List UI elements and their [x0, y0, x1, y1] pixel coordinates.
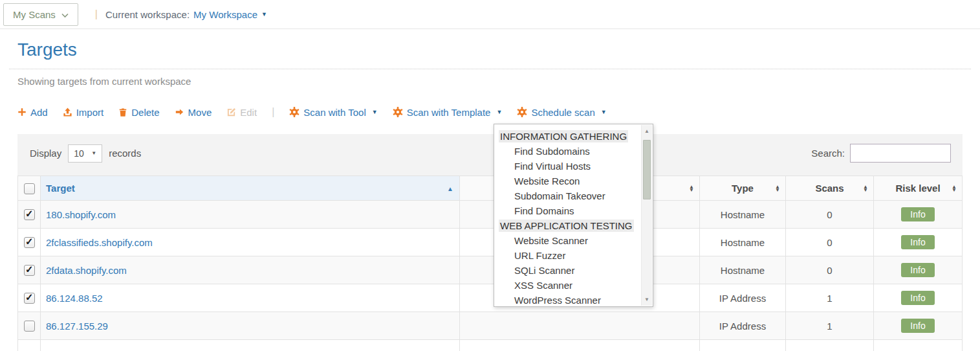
- gear-icon: [289, 107, 299, 117]
- type-cell: IP Address: [700, 312, 786, 340]
- schedule-scan-label: Schedule scan: [531, 107, 594, 118]
- targets-toolbar: Add Import Delete Move Edit | Scan with …: [17, 106, 962, 118]
- target-link[interactable]: 2fdata.shopify.com: [46, 265, 127, 276]
- check-icon: ✓: [25, 264, 34, 275]
- column-header-type[interactable]: Type ▲▼: [700, 176, 786, 201]
- column-header-target[interactable]: Target ▲: [41, 176, 460, 201]
- edit-button[interactable]: Edit: [226, 107, 257, 118]
- chevron-down-icon: [61, 9, 69, 20]
- caret-down-icon: ▼: [91, 151, 96, 156]
- scan-with-tool-label: Scan with Tool: [303, 107, 365, 118]
- display-label: Display: [30, 148, 61, 159]
- menu-item[interactable]: XSS Scanner: [494, 278, 641, 293]
- scroll-down-icon[interactable]: ▼: [642, 297, 652, 302]
- my-scans-button[interactable]: My Scans: [3, 3, 78, 26]
- target-link[interactable]: 2fclassifieds.shopify.com: [46, 237, 153, 248]
- sort-icon: ▲▼: [952, 185, 957, 192]
- scrollbar-thumb[interactable]: [643, 140, 651, 199]
- scan-tools-dropdown: INFORMATION GATHERINGFind SubdomainsFind…: [494, 124, 653, 307]
- sort-icon: ▲▼: [775, 185, 780, 192]
- import-label: Import: [76, 107, 104, 118]
- risk-level-badge: Info: [901, 291, 934, 305]
- page-subtitle: Showing targets from current workspace: [17, 76, 962, 87]
- checkbox-cell: ✓: [18, 284, 41, 312]
- import-button[interactable]: Import: [63, 107, 104, 118]
- menu-group-label: INFORMATION GATHERING: [499, 130, 628, 142]
- scans-cell: 0: [786, 229, 874, 256]
- risk-cell: Info: [874, 256, 963, 284]
- delete-label: Delete: [131, 107, 159, 118]
- risk-cell: Info: [874, 229, 963, 256]
- target-cell: 2fclassifieds.shopify.com: [41, 229, 460, 256]
- menu-group-label: WEB APPLICATION TESTING: [499, 220, 634, 232]
- page-size-value: 10: [74, 148, 84, 159]
- move-button[interactable]: Move: [175, 107, 212, 118]
- row-checkbox[interactable]: ✓: [24, 237, 35, 248]
- check-icon: ✓: [25, 236, 34, 247]
- plus-icon: [17, 108, 27, 117]
- column-header-scans[interactable]: Scans ▲▼: [786, 176, 874, 201]
- table-header-row: Target ▲ ▲▼ Type ▲▼ Scans: [18, 176, 963, 201]
- delete-button[interactable]: Delete: [118, 107, 159, 118]
- risk-cell: Info: [874, 284, 963, 312]
- menu-item[interactable]: SQLi Scanner: [494, 263, 641, 278]
- page-size-select[interactable]: 10 ▼: [68, 144, 102, 163]
- target-link[interactable]: 86.127.155.29: [46, 321, 108, 332]
- caret-down-icon: ▼: [601, 109, 607, 115]
- type-cell: Hostname: [700, 201, 786, 229]
- scan-with-template-button[interactable]: Scan with Template ▼: [393, 107, 503, 118]
- menu-item[interactable]: Website Scanner: [494, 233, 641, 248]
- risk-level-badge: Info: [901, 235, 934, 249]
- sort-asc-icon: ▲: [447, 185, 453, 192]
- checkbox-cell: ✓: [18, 229, 41, 256]
- pencil-icon: [226, 108, 236, 117]
- search-input[interactable]: [850, 144, 951, 163]
- menu-item[interactable]: Find Virtual Hosts: [494, 159, 641, 174]
- type-cell: Hostname: [700, 229, 786, 256]
- menu-item[interactable]: URL Fuzzer: [494, 248, 641, 263]
- menu-group-header: WEB APPLICATION TESTING: [494, 218, 641, 233]
- menu-item[interactable]: Find Domains: [494, 203, 641, 218]
- scan-with-tool-button[interactable]: Scan with Tool ▼: [289, 107, 377, 118]
- records-label: records: [109, 148, 141, 159]
- checkbox-cell: ✓: [18, 201, 41, 229]
- target-link[interactable]: 180.shopify.com: [46, 209, 116, 220]
- menu-item[interactable]: WordPress Scanner: [494, 293, 641, 308]
- row-checkbox[interactable]: [24, 321, 35, 332]
- topbar-divider: |: [95, 8, 98, 20]
- gear-icon: [517, 107, 527, 117]
- table-row: 86.127.155.29IP Address1Info: [18, 312, 963, 340]
- scans-cell: 0: [786, 256, 874, 284]
- add-button[interactable]: Add: [17, 107, 48, 118]
- scroll-up-icon[interactable]: ▲: [642, 128, 652, 134]
- row-checkbox[interactable]: ✓: [24, 293, 35, 304]
- menu-item[interactable]: Subdomain Takeover: [494, 188, 641, 203]
- schedule-scan-button[interactable]: Schedule scan ▼: [517, 107, 606, 118]
- column-header-risk[interactable]: Risk level ▲▼: [874, 176, 963, 201]
- targets-table: Target ▲ ▲▼ Type ▲▼ Scans: [17, 176, 963, 351]
- search-label: Search:: [811, 148, 845, 159]
- edit-label: Edit: [240, 107, 257, 118]
- table-row: ✓2fdata.shopify.comHostname0Info: [18, 256, 963, 284]
- checkbox-cell: ✓: [18, 256, 41, 284]
- sort-icon: ▲▼: [689, 185, 694, 192]
- target-link[interactable]: 86.124.88.52: [46, 293, 103, 304]
- risk-header-label: Risk level: [895, 183, 940, 194]
- description-cell: [460, 312, 700, 340]
- checkbox-cell: [18, 312, 41, 340]
- target-cell: 86.127.155.29: [41, 312, 460, 340]
- select-all-header[interactable]: [18, 176, 41, 201]
- menu-item[interactable]: Website Recon: [494, 174, 641, 188]
- workspace-selector[interactable]: My Workspace ▼: [193, 9, 267, 20]
- dropdown-scrollbar[interactable]: ▲ ▼: [641, 125, 652, 306]
- top-bar: My Scans | Current workspace: My Workspa…: [0, 0, 980, 29]
- row-checkbox[interactable]: ✓: [24, 209, 35, 220]
- select-all-checkbox[interactable]: [24, 183, 35, 194]
- check-icon: ✓: [25, 291, 34, 303]
- caret-down-icon: ▼: [496, 109, 502, 115]
- menu-item[interactable]: Find Subdomains: [494, 144, 641, 159]
- caret-down-icon: ▼: [372, 109, 378, 115]
- row-checkbox[interactable]: ✓: [24, 265, 35, 276]
- risk-cell: Info: [874, 312, 963, 340]
- my-scans-label: My Scans: [13, 9, 56, 20]
